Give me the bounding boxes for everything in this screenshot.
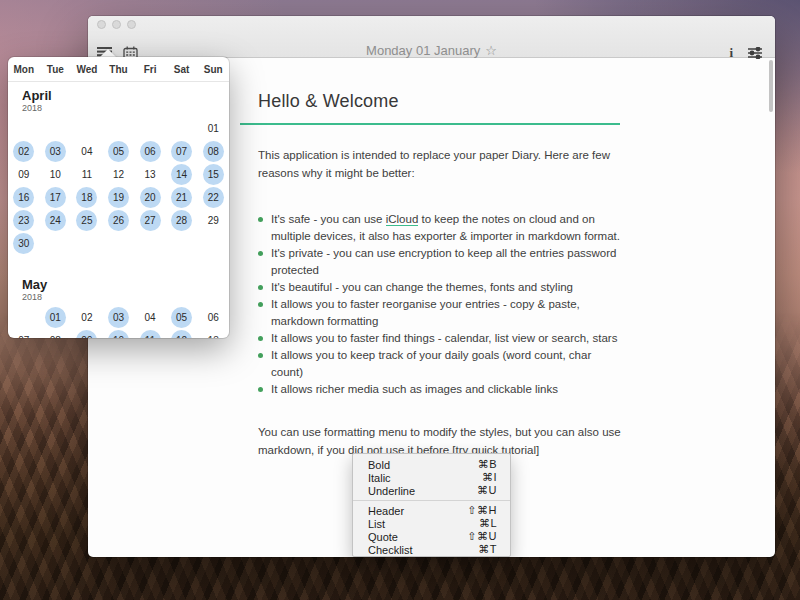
calendar-day-selected[interactable]: 18: [76, 187, 97, 208]
feature-text: It's safe - you can use iCloud to keep t…: [271, 213, 620, 242]
format-menu: Bold⌘BItalic⌘IUnderline⌘UHeader⇧⌘HList⌘L…: [352, 453, 511, 557]
calendar-day-selected[interactable]: 19: [108, 187, 129, 208]
scrollbar-thumb[interactable]: [769, 60, 773, 112]
star-icon[interactable]: ☆: [485, 43, 497, 58]
month-label: May2018: [8, 275, 229, 305]
calendar-day-cell: 21: [166, 186, 198, 209]
calendar-day[interactable]: 11: [76, 164, 97, 185]
intro-paragraph: This application is intended to replace …: [258, 147, 626, 182]
feature-text-segment: It's beautiful - you can change the them…: [271, 281, 573, 293]
calendar-day[interactable]: 06: [203, 307, 224, 328]
calendar-day-selected[interactable]: 14: [171, 164, 192, 185]
menu-item-shortcut: ⇧⌘H: [467, 504, 497, 517]
calendar-day-selected[interactable]: 28: [171, 210, 192, 231]
calendar-day-selected[interactable]: 01: [45, 307, 66, 328]
calendar-day-cell: 07: [8, 329, 40, 338]
close-button[interactable]: [97, 20, 106, 29]
menu-item-shortcut: ⌘B: [478, 458, 497, 471]
menu-item-underline[interactable]: Underline⌘U: [353, 484, 510, 497]
calendar-day-cell: 03: [103, 306, 135, 329]
feature-list: It's safe - you can use iCloud to keep t…: [258, 211, 626, 398]
calendar-day-cell: 29: [197, 209, 229, 232]
calendar-day-selected[interactable]: 12: [171, 330, 192, 338]
calendar-day-selected[interactable]: 20: [140, 187, 161, 208]
icloud-link[interactable]: iCloud: [386, 213, 419, 226]
calendar-day-cell: 12: [166, 329, 198, 338]
calendar-day-selected[interactable]: 03: [45, 141, 66, 162]
calendar-day-selected[interactable]: 05: [171, 307, 192, 328]
calendar-day[interactable]: 09: [13, 164, 34, 185]
calendar-day-selected[interactable]: 05: [108, 141, 129, 162]
calendar-day[interactable]: 01: [203, 118, 224, 139]
calendar-day[interactable]: 10: [45, 164, 66, 185]
info-icon[interactable]: i: [729, 45, 733, 61]
calendar-day-selected[interactable]: 03: [108, 307, 129, 328]
feature-text: It allows you to faster reorganise your …: [271, 298, 580, 327]
diary-editor[interactable]: Hello & Welcome This application is inte…: [258, 57, 650, 459]
calendar-day-selected[interactable]: 08: [203, 141, 224, 162]
calendar-day-selected[interactable]: 02: [13, 141, 34, 162]
calendar-day[interactable]: 04: [76, 141, 97, 162]
weekday-label: Sat: [166, 64, 198, 75]
calendar-day[interactable]: 29: [203, 210, 224, 231]
menu-item-list[interactable]: List⌘L: [353, 517, 510, 530]
bullet-dot-icon: [258, 251, 263, 256]
calendar-day-selected[interactable]: 06: [140, 141, 161, 162]
calendar-day-selected[interactable]: 25: [76, 210, 97, 231]
menu-item-shortcut: ⌘U: [477, 484, 497, 497]
calendar-day[interactable]: 13: [203, 330, 224, 338]
calendar-day[interactable]: 07: [13, 330, 34, 338]
menu-item-header[interactable]: Header⇧⌘H: [353, 504, 510, 517]
calendar-day[interactable]: 13: [140, 164, 161, 185]
weekday-label: Fri: [134, 64, 166, 75]
calendar-day-cell: 18: [71, 186, 103, 209]
calendar-day-selected[interactable]: 26: [108, 210, 129, 231]
calendar-day-selected[interactable]: 11: [140, 330, 161, 338]
weekday-label: Mon: [8, 64, 40, 75]
calendar-day-cell: 11: [71, 163, 103, 186]
menu-item-label: Italic: [368, 472, 391, 484]
feature-text-segment: It allows you to faster reorganise your …: [271, 298, 580, 327]
calendar-day-cell: 15: [197, 163, 229, 186]
calendar-day-cell: 09: [8, 163, 40, 186]
weekday-label: Thu: [103, 64, 135, 75]
feature-text: It allows richer media such as images an…: [271, 383, 558, 395]
calendar-week-row: 16171819202122: [8, 186, 229, 209]
calendar-day-selected[interactable]: 27: [140, 210, 161, 231]
calendar-day-cell: [8, 306, 40, 329]
feature-text-segment: It allows you to keep track of your dail…: [271, 349, 591, 378]
calendar-day-selected[interactable]: 23: [13, 210, 34, 231]
zoom-button[interactable]: [127, 20, 136, 29]
calendar-day-selected[interactable]: 21: [171, 187, 192, 208]
calendar-day-cell: 05: [166, 306, 198, 329]
calendar-day-cell: 20: [134, 186, 166, 209]
calendar-day-selected[interactable]: 09: [76, 330, 97, 338]
calendar-day-selected[interactable]: 16: [13, 187, 34, 208]
minimize-button[interactable]: [112, 20, 121, 29]
calendar-day-cell: 02: [71, 306, 103, 329]
calendar-day-cell: [40, 117, 72, 140]
calendar-day-cell: 02: [8, 140, 40, 163]
calendar-day[interactable]: 12: [108, 164, 129, 185]
calendar-day[interactable]: 02: [76, 307, 97, 328]
calendar-day-selected[interactable]: 24: [45, 210, 66, 231]
calendar-day-selected[interactable]: 15: [203, 164, 224, 185]
calendar-day-selected[interactable]: 10: [108, 330, 129, 338]
calendar-day-selected[interactable]: 07: [171, 141, 192, 162]
calendar-day[interactable]: 04: [140, 307, 161, 328]
titlebar[interactable]: Monday 01 January☆ i: [88, 16, 775, 58]
feature-text-segment: It allows richer media such as images an…: [271, 383, 558, 395]
menu-item-italic[interactable]: Italic⌘I: [353, 471, 510, 484]
calendar-day-cell: 05: [103, 140, 135, 163]
menu-item-quote[interactable]: Quote⇧⌘U: [353, 530, 510, 543]
calendar-day-selected[interactable]: 22: [203, 187, 224, 208]
calendar-day[interactable]: 08: [45, 330, 66, 338]
feature-item: It allows you to keep track of your dail…: [258, 347, 626, 381]
calendar-day-cell: 14: [166, 163, 198, 186]
menu-item-checklist[interactable]: Checklist⌘T: [353, 543, 510, 556]
calendar-day-selected[interactable]: 30: [13, 233, 34, 254]
feature-text: It's beautiful - you can change the them…: [271, 281, 573, 293]
settings-sliders-icon[interactable]: [746, 44, 763, 61]
calendar-day-selected[interactable]: 17: [45, 187, 66, 208]
menu-item-bold[interactable]: Bold⌘B: [353, 458, 510, 471]
